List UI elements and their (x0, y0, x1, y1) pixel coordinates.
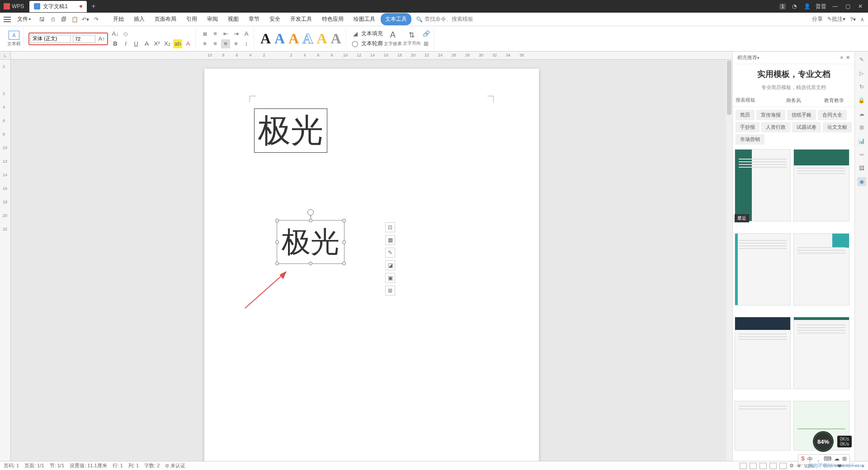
sidetool-lock-icon[interactable]: 🔒 (857, 96, 866, 105)
resize-handle-icon[interactable] (275, 240, 279, 244)
grow-font-icon[interactable]: A↑ (97, 34, 106, 43)
text-effects-button[interactable]: A文字效果 (384, 30, 402, 47)
print-icon[interactable]: ⎙ (49, 15, 57, 24)
status-line[interactable]: 行: 1 (113, 462, 123, 469)
fullscreen-icon[interactable] (740, 463, 747, 469)
tab-devtools[interactable]: 开发工具 (286, 13, 316, 25)
resize-handle-icon[interactable] (342, 219, 346, 222)
minimize-button[interactable]: — (831, 2, 839, 10)
status-page-code[interactable]: 页码: 1 (4, 462, 19, 469)
sidetool-template-icon[interactable]: ◉ (857, 177, 866, 186)
skin-icon[interactable]: ◔ (790, 2, 798, 10)
view-outline-icon[interactable] (769, 463, 777, 469)
scroll-thumb[interactable] (727, 61, 731, 115)
tab-special[interactable]: 特色应用 (317, 13, 348, 25)
highlight-color-button[interactable]: ab (173, 39, 182, 48)
status-position[interactable]: 设置值: 11.1厘米 (70, 462, 107, 469)
close-button[interactable]: ✕ (856, 2, 864, 10)
tab-insert[interactable]: 插入 (129, 13, 149, 25)
wordart-style-6[interactable]: A (331, 30, 341, 47)
tab-layout[interactable]: 页面布局 (150, 13, 181, 25)
cat-poster[interactable]: 宣传海报 (756, 110, 785, 120)
maximize-button[interactable]: ▢ (844, 2, 852, 10)
link-icon[interactable]: 🔗 (422, 29, 431, 38)
document-tab[interactable]: 文字文稿1 (29, 1, 87, 12)
user-avatar-icon[interactable]: 👤 (803, 2, 811, 10)
indent-dec-icon[interactable]: ⇤ (221, 29, 230, 38)
underline-button[interactable]: U (132, 39, 141, 48)
fill-tool-icon[interactable]: ▦ (385, 235, 395, 245)
status-section[interactable]: 节: 1/1 (50, 462, 64, 469)
notification-badge[interactable]: 1 (779, 4, 786, 9)
cat-resume[interactable]: 简历 (736, 110, 755, 120)
file-menu[interactable]: 文件▾ (14, 14, 34, 25)
panel-tab-education[interactable]: 教育教学 (814, 94, 854, 107)
wordart-style-4[interactable]: A (302, 30, 313, 47)
cat-report[interactable]: 手抄报 (736, 122, 760, 132)
wordart-style-3[interactable]: A (288, 30, 299, 47)
layout-options-icon[interactable]: ⊡ (385, 222, 395, 232)
panel-tab-business[interactable]: 商务风 (774, 94, 814, 107)
tab-start[interactable]: 开始 (108, 13, 128, 25)
redo-icon[interactable]: ↷ (92, 15, 100, 24)
vertical-scrollbar[interactable] (726, 60, 732, 461)
cpu-gauge[interactable]: 84% (813, 431, 834, 452)
sidetool-refresh-icon[interactable]: ↻ (857, 82, 866, 91)
font-color-button[interactable]: A (184, 39, 193, 48)
comment-button[interactable]: ✎批注▾ (827, 15, 845, 23)
subscript-button[interactable]: X₂ (163, 39, 172, 48)
tab-review[interactable]: 审阅 (203, 13, 222, 25)
cat-exam[interactable]: 试题试卷 (792, 122, 821, 132)
wordart-style-1[interactable]: A (260, 30, 271, 47)
text-outline-icon[interactable]: ◯ (351, 39, 360, 48)
clear-format-icon[interactable]: ◇ (121, 29, 130, 38)
strike-button[interactable]: A̶ (142, 39, 151, 48)
text-outline-label[interactable]: 文本轮廓 (361, 40, 383, 47)
textbox-2-selected[interactable]: 极光 (277, 220, 344, 264)
resize-handle-icon[interactable] (342, 262, 346, 265)
tab-section[interactable]: 章节 (244, 13, 264, 25)
align-left-icon[interactable]: ≡ (200, 39, 209, 48)
text-direction-button[interactable]: ⇅文字方向 (403, 31, 421, 47)
document-canvas[interactable]: 极光 极光 ⊡ ▦ (11, 60, 732, 461)
sidetool-select-icon[interactable]: ▷ (857, 69, 866, 78)
cat-letter[interactable]: 信纸手账 (787, 110, 816, 120)
wrap-tool-icon[interactable]: ▣ (385, 273, 395, 283)
sidetool-link-icon[interactable]: ∾ (857, 150, 866, 159)
save-icon[interactable]: 🖫 (38, 15, 46, 24)
align-right-icon[interactable]: ≡ (221, 39, 230, 48)
font-name-input[interactable] (30, 35, 71, 43)
sidetool-cloud-icon[interactable]: ☁ (857, 109, 866, 118)
superscript-button[interactable]: X² (152, 39, 161, 48)
resize-handle-icon[interactable] (275, 219, 279, 222)
new-tab-button[interactable]: + (87, 2, 100, 10)
print-preview-icon[interactable]: 🗐 (60, 15, 68, 24)
more-shape-tool-icon[interactable]: ⊞ (385, 286, 395, 296)
numbering-icon[interactable]: ≡ (211, 29, 220, 38)
tab-text-tools[interactable]: 文本工具 (381, 13, 411, 25)
resize-handle-icon[interactable] (309, 219, 312, 222)
cat-marketing[interactable]: 市场营销 (736, 134, 764, 145)
align-justify-icon[interactable]: ≡ (231, 39, 241, 48)
template-search-input[interactable] (733, 94, 774, 107)
status-auth[interactable]: ⊘ 未认证 (165, 462, 185, 469)
template-thumbnail[interactable] (793, 233, 849, 306)
sidetool-chart-icon[interactable]: 📊 (857, 136, 866, 146)
paste-icon[interactable]: 📋 (71, 15, 79, 24)
bold-button[interactable]: B (111, 39, 120, 48)
command-search[interactable]: 🔍 查找命令、搜索模板 (416, 15, 473, 23)
share-button[interactable]: 分享 (812, 15, 823, 23)
more-options-icon[interactable]: ⊞ (422, 39, 431, 48)
italic-button[interactable]: I (121, 39, 130, 48)
vertical-ruler[interactable]: 2246810121416182022 (0, 60, 11, 461)
view-print-icon[interactable] (750, 463, 757, 469)
status-page[interactable]: 页面: 1/1 (24, 462, 44, 469)
template-thumbnail[interactable] (793, 149, 849, 221)
collapse-ribbon-icon[interactable]: ∧ (860, 16, 864, 23)
template-thumbnail[interactable] (735, 233, 791, 306)
font-size-input[interactable] (73, 35, 95, 43)
sidetool-grid-icon[interactable]: ⊞ (857, 123, 866, 132)
tab-security[interactable]: 安全 (265, 13, 285, 25)
align-center-icon[interactable]: ≡ (211, 39, 220, 48)
resize-handle-icon[interactable] (275, 262, 279, 265)
